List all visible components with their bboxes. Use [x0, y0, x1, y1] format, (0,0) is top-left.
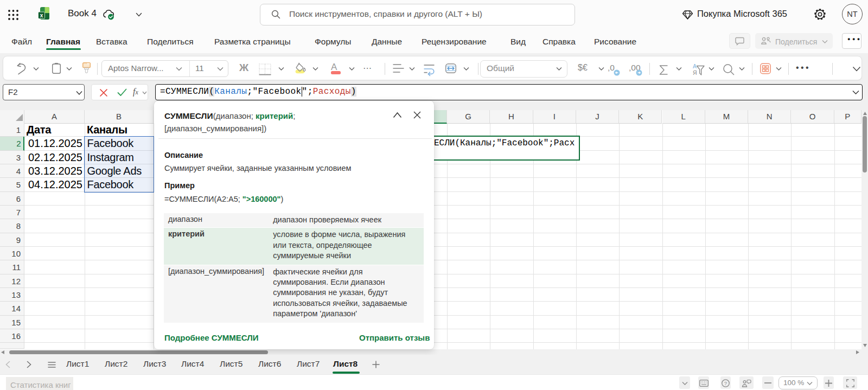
- svg-text:?: ?: [724, 380, 727, 386]
- svg-text:Я: Я: [693, 69, 697, 75]
- svg-text:x: x: [40, 12, 43, 18]
- svg-text:А: А: [693, 63, 697, 69]
